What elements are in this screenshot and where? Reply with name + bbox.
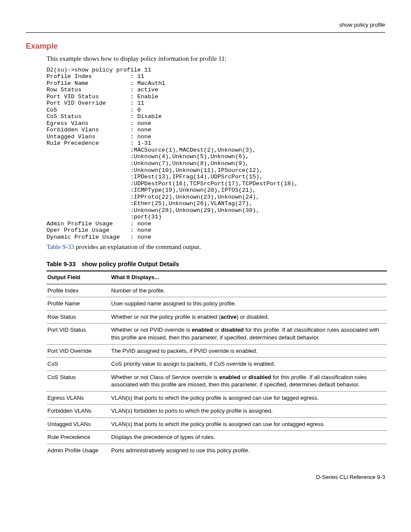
table-cell-field: Untagged VLANs — [47, 417, 110, 431]
table-row: Admin Profile UsagePorts administrativel… — [47, 444, 387, 457]
table-cell-desc: Displays the precedence of types of rule… — [110, 431, 387, 444]
table-row: Row StatusWhether or not the policy prof… — [47, 310, 387, 324]
table-row: Profile IndexNumber of the profile. — [47, 284, 387, 297]
header-rule — [26, 32, 385, 33]
example-output: D2(su)->show policy profile 11 Profile I… — [47, 67, 385, 240]
table-cell-desc: Whether or not PVID override is enabled … — [110, 324, 387, 344]
table-cell-desc: VLAN(s) that ports to which the policy p… — [110, 391, 387, 404]
output-details-table: Output Field What It Displays... Profile… — [47, 271, 387, 457]
table-cell-desc: User-supplied name assigned to this poli… — [110, 297, 387, 311]
example-outro: Table 9-33 provides an explanation of th… — [47, 243, 385, 252]
table-row: Rule PrecedenceDisplays the precedence o… — [47, 431, 387, 444]
table-cell-desc: Ports administratively assigned to use t… — [110, 444, 387, 457]
page-header-right: show policy profile — [26, 22, 385, 29]
table-cell-field: Row Status — [47, 310, 110, 324]
table-cell-desc: CoS priority value to assign to packets,… — [110, 358, 387, 371]
table-cell-desc: Whether or not the policy profile is ena… — [110, 310, 387, 324]
table-header-row: Output Field What It Displays... — [47, 271, 387, 284]
table-caption: Table 9-33show policy profile Output Det… — [47, 260, 385, 268]
table-cell-desc: VLAN(s) forbidden to ports to which the … — [110, 404, 387, 418]
table-row: CoSCoS priority value to assign to packe… — [47, 358, 387, 371]
table-cell-field: Profile Index — [47, 284, 110, 297]
table-cell-field: Port VID Status — [47, 324, 110, 344]
table-cell-desc: Number of the profile. — [110, 284, 387, 297]
table-cell-field: Admin Profile Usage — [47, 444, 110, 457]
table-cell-field: Forbidden VLANs — [47, 404, 110, 418]
table-cell-field: Egress VLANs — [47, 391, 110, 404]
table-row: Egress VLANsVLAN(s) that ports to which … — [47, 391, 387, 404]
table-xref-link[interactable]: Table 9-33 — [47, 243, 74, 250]
example-intro: This example shows how to display policy… — [47, 55, 385, 63]
example-heading: Example — [26, 41, 385, 51]
table-cell-desc: VLAN(s) that ports to which the policy p… — [110, 417, 387, 431]
table-cell-field: Profile Name — [47, 297, 110, 311]
table-row: Forbidden VLANsVLAN(s) forbidden to port… — [47, 404, 387, 418]
table-caption-number: Table 9-33 — [47, 261, 75, 268]
table-caption-text: show policy profile Output Details — [81, 261, 179, 268]
table-cell-field: CoS — [47, 358, 110, 371]
table-cell-desc: Whether or not Class of Service override… — [110, 370, 387, 391]
table-cell-desc: The PVID assigned to packets, if PVID ov… — [110, 344, 387, 358]
example-outro-text: provides an explanation of the command o… — [74, 243, 201, 250]
table-row: Untagged VLANsVLAN(s) that ports to whic… — [47, 417, 387, 431]
table-cell-field: Port VID Override — [47, 344, 110, 358]
table-row: CoS StatusWhether or not Class of Servic… — [47, 370, 387, 391]
table-cell-field: CoS Status — [47, 370, 110, 391]
table-row: Port VID StatusWhether or not PVID overr… — [47, 324, 387, 344]
table-header-field: Output Field — [47, 271, 110, 284]
table-row: Port VID OverrideThe PVID assigned to pa… — [47, 344, 387, 358]
table-cell-field: Rule Precedence — [47, 431, 110, 444]
table-row: Profile NameUser-supplied name assigned … — [47, 297, 387, 311]
table-header-desc: What It Displays... — [110, 271, 387, 284]
page-footer: D-Series CLI Reference 9-3 — [26, 474, 385, 481]
